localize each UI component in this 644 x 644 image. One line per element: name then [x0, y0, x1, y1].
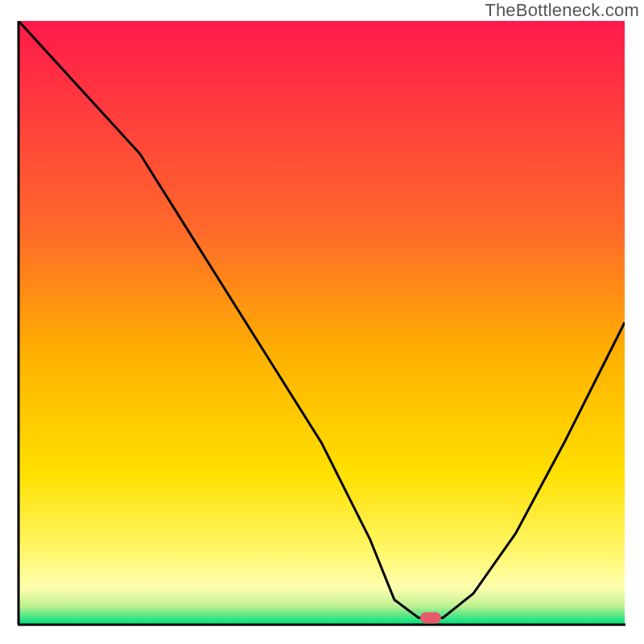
bottleneck-chart [0, 0, 644, 644]
optimal-marker [420, 613, 441, 624]
watermark-text: TheBottleneck.com [485, 0, 639, 21]
gradient-background [19, 21, 625, 624]
